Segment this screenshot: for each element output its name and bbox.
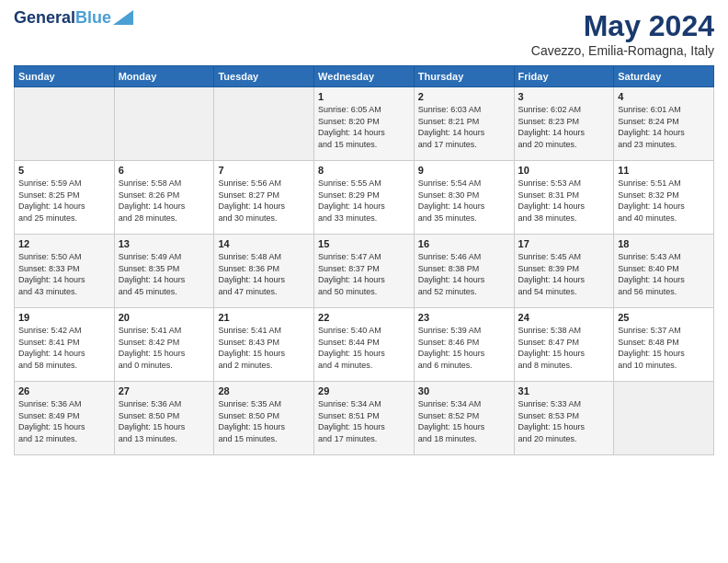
day-number: 15 (318, 238, 410, 249)
calendar-cell: 28Sunrise: 5:35 AMSunset: 8:50 PMDayligh… (214, 382, 314, 455)
day-info: Sunrise: 5:43 AMSunset: 8:40 PMDaylight:… (618, 251, 710, 297)
day-number: 19 (18, 312, 110, 323)
calendar-cell: 25Sunrise: 5:37 AMSunset: 8:48 PMDayligh… (614, 308, 714, 382)
calendar-cell: 15Sunrise: 5:47 AMSunset: 8:37 PMDayligh… (314, 235, 415, 308)
col-sunday: Sunday (15, 66, 115, 87)
col-tuesday: Tuesday (214, 66, 314, 87)
day-info: Sunrise: 5:55 AMSunset: 8:29 PMDaylight:… (318, 178, 410, 224)
calendar-cell: 27Sunrise: 5:36 AMSunset: 8:50 PMDayligh… (114, 382, 214, 455)
day-number: 28 (218, 385, 310, 396)
calendar-cell: 16Sunrise: 5:46 AMSunset: 8:38 PMDayligh… (414, 235, 514, 308)
day-info: Sunrise: 6:02 AMSunset: 8:23 PMDaylight:… (518, 104, 610, 150)
calendar-cell: 30Sunrise: 5:34 AMSunset: 8:52 PMDayligh… (414, 382, 514, 455)
day-info: Sunrise: 5:34 AMSunset: 8:52 PMDaylight:… (418, 398, 510, 444)
day-number: 26 (18, 385, 110, 396)
calendar-header: Sunday Monday Tuesday Wednesday Thursday… (15, 66, 714, 87)
calendar-cell: 2Sunrise: 6:03 AMSunset: 8:21 PMDaylight… (414, 87, 514, 161)
day-info: Sunrise: 5:41 AMSunset: 8:42 PMDaylight:… (119, 325, 210, 371)
day-info: Sunrise: 5:36 AMSunset: 8:49 PMDaylight:… (18, 398, 110, 444)
calendar-cell: 10Sunrise: 5:53 AMSunset: 8:31 PMDayligh… (514, 161, 614, 235)
calendar-cell: 12Sunrise: 5:50 AMSunset: 8:33 PMDayligh… (15, 235, 115, 308)
day-number: 5 (18, 165, 110, 176)
calendar-cell: 19Sunrise: 5:42 AMSunset: 8:41 PMDayligh… (15, 308, 115, 382)
day-info: Sunrise: 5:51 AMSunset: 8:32 PMDaylight:… (618, 178, 710, 224)
day-info: Sunrise: 5:41 AMSunset: 8:43 PMDaylight:… (218, 325, 310, 371)
day-number: 11 (618, 165, 710, 176)
day-number: 29 (318, 385, 410, 396)
day-number: 20 (119, 312, 210, 323)
day-number: 18 (618, 238, 710, 249)
header: GeneralBlue May 2024 Cavezzo, Emilia-Rom… (14, 9, 714, 58)
day-number: 12 (18, 238, 110, 249)
calendar-cell: 21Sunrise: 5:41 AMSunset: 8:43 PMDayligh… (214, 308, 314, 382)
day-info: Sunrise: 5:34 AMSunset: 8:51 PMDaylight:… (318, 398, 410, 444)
day-number: 7 (218, 165, 310, 176)
day-number: 25 (618, 312, 710, 323)
calendar-cell (214, 87, 314, 161)
calendar-cell: 29Sunrise: 5:34 AMSunset: 8:51 PMDayligh… (314, 382, 415, 455)
calendar-cell: 22Sunrise: 5:40 AMSunset: 8:44 PMDayligh… (314, 308, 415, 382)
calendar-cell: 8Sunrise: 5:55 AMSunset: 8:29 PMDaylight… (314, 161, 415, 235)
day-info: Sunrise: 5:36 AMSunset: 8:50 PMDaylight:… (119, 398, 210, 444)
page-container: GeneralBlue May 2024 Cavezzo, Emilia-Rom… (0, 0, 728, 563)
day-info: Sunrise: 5:33 AMSunset: 8:53 PMDaylight:… (518, 398, 610, 444)
calendar-cell: 14Sunrise: 5:48 AMSunset: 8:36 PMDayligh… (214, 235, 314, 308)
calendar-cell: 24Sunrise: 5:38 AMSunset: 8:47 PMDayligh… (514, 308, 614, 382)
day-number: 8 (318, 165, 410, 176)
month-title: May 2024 (531, 9, 714, 43)
day-info: Sunrise: 6:01 AMSunset: 8:24 PMDaylight:… (618, 104, 710, 150)
day-number: 22 (318, 312, 410, 323)
day-number: 31 (518, 385, 610, 396)
calendar-week-4: 19Sunrise: 5:42 AMSunset: 8:41 PMDayligh… (15, 308, 714, 382)
col-monday: Monday (114, 66, 214, 87)
calendar-cell: 17Sunrise: 5:45 AMSunset: 8:39 PMDayligh… (514, 235, 614, 308)
day-number: 30 (418, 385, 510, 396)
calendar-body: 1Sunrise: 6:05 AMSunset: 8:20 PMDaylight… (15, 87, 714, 455)
calendar-cell: 23Sunrise: 5:39 AMSunset: 8:46 PMDayligh… (414, 308, 514, 382)
calendar-week-2: 5Sunrise: 5:59 AMSunset: 8:25 PMDaylight… (15, 161, 714, 235)
logo: GeneralBlue (14, 9, 133, 28)
day-info: Sunrise: 5:49 AMSunset: 8:35 PMDaylight:… (119, 251, 210, 297)
day-info: Sunrise: 5:38 AMSunset: 8:47 PMDaylight:… (518, 325, 610, 371)
calendar-cell: 31Sunrise: 5:33 AMSunset: 8:53 PMDayligh… (514, 382, 614, 455)
day-number: 4 (618, 91, 710, 102)
calendar-cell: 3Sunrise: 6:02 AMSunset: 8:23 PMDaylight… (514, 87, 614, 161)
calendar-cell: 6Sunrise: 5:58 AMSunset: 8:26 PMDaylight… (114, 161, 214, 235)
calendar-cell (15, 87, 115, 161)
day-info: Sunrise: 5:42 AMSunset: 8:41 PMDaylight:… (18, 325, 110, 371)
col-saturday: Saturday (614, 66, 714, 87)
day-info: Sunrise: 5:35 AMSunset: 8:50 PMDaylight:… (218, 398, 310, 444)
calendar-cell (614, 382, 714, 455)
day-info: Sunrise: 5:45 AMSunset: 8:39 PMDaylight:… (518, 251, 610, 297)
day-info: Sunrise: 5:50 AMSunset: 8:33 PMDaylight:… (18, 251, 110, 297)
calendar-cell: 18Sunrise: 5:43 AMSunset: 8:40 PMDayligh… (614, 235, 714, 308)
col-thursday: Thursday (414, 66, 514, 87)
day-info: Sunrise: 6:03 AMSunset: 8:21 PMDaylight:… (418, 104, 510, 150)
day-number: 24 (518, 312, 610, 323)
calendar-table: Sunday Monday Tuesday Wednesday Thursday… (14, 65, 714, 455)
day-info: Sunrise: 5:40 AMSunset: 8:44 PMDaylight:… (318, 325, 410, 371)
day-number: 16 (418, 238, 510, 249)
svg-marker-0 (113, 10, 133, 25)
day-number: 17 (518, 238, 610, 249)
day-number: 10 (518, 165, 610, 176)
calendar-cell: 5Sunrise: 5:59 AMSunset: 8:25 PMDaylight… (15, 161, 115, 235)
day-info: Sunrise: 6:05 AMSunset: 8:20 PMDaylight:… (318, 104, 410, 150)
day-info: Sunrise: 5:47 AMSunset: 8:37 PMDaylight:… (318, 251, 410, 297)
day-info: Sunrise: 5:56 AMSunset: 8:27 PMDaylight:… (218, 178, 310, 224)
calendar-week-3: 12Sunrise: 5:50 AMSunset: 8:33 PMDayligh… (15, 235, 714, 308)
calendar-cell: 1Sunrise: 6:05 AMSunset: 8:20 PMDaylight… (314, 87, 415, 161)
calendar-week-5: 26Sunrise: 5:36 AMSunset: 8:49 PMDayligh… (15, 382, 714, 455)
calendar-cell: 9Sunrise: 5:54 AMSunset: 8:30 PMDaylight… (414, 161, 514, 235)
day-number: 9 (418, 165, 510, 176)
day-number: 21 (218, 312, 310, 323)
day-number: 13 (119, 238, 210, 249)
day-number: 1 (318, 91, 410, 102)
day-number: 2 (418, 91, 510, 102)
header-row: Sunday Monday Tuesday Wednesday Thursday… (15, 66, 714, 87)
calendar-cell: 4Sunrise: 6:01 AMSunset: 8:24 PMDaylight… (614, 87, 714, 161)
day-info: Sunrise: 5:53 AMSunset: 8:31 PMDaylight:… (518, 178, 610, 224)
calendar-week-1: 1Sunrise: 6:05 AMSunset: 8:20 PMDaylight… (15, 87, 714, 161)
day-info: Sunrise: 5:54 AMSunset: 8:30 PMDaylight:… (418, 178, 510, 224)
calendar-cell: 26Sunrise: 5:36 AMSunset: 8:49 PMDayligh… (15, 382, 115, 455)
